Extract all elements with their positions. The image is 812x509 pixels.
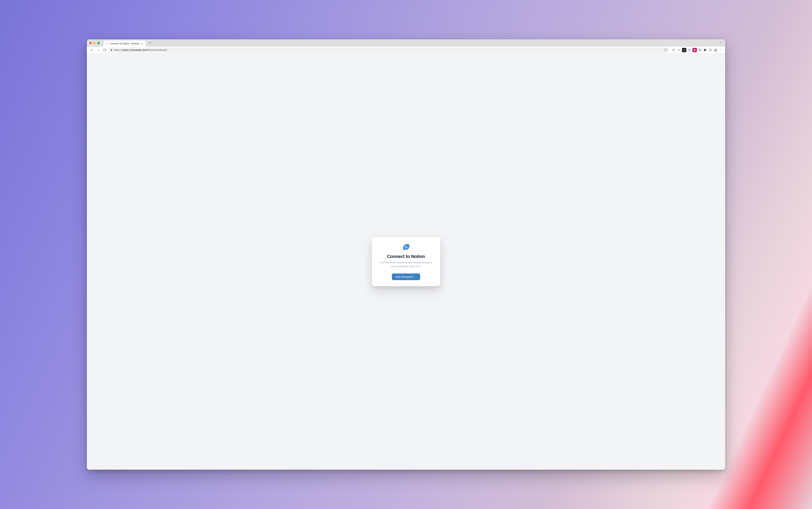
- button-label: Add workspace: [395, 275, 413, 278]
- window-minimize-button[interactable]: [93, 42, 96, 44]
- reload-button[interactable]: [102, 47, 107, 53]
- address-bar[interactable]: https://notion-newsletter.test/filament/…: [108, 47, 669, 53]
- svg-point-7: [715, 49, 716, 50]
- tabs-dropdown-button[interactable]: [719, 40, 723, 45]
- tab-strip: Connect to Notion - Newsly ✕ +: [87, 39, 725, 46]
- url-scheme: https://: [114, 48, 122, 52]
- onboard-card: N Connect to Notion Click the button bel…: [372, 237, 440, 286]
- chevron-down-icon: [719, 42, 722, 44]
- toolbar-right: ▭ D ◉: [672, 48, 723, 52]
- new-tab-button[interactable]: +: [148, 40, 153, 45]
- extension-icon[interactable]: D: [687, 48, 692, 52]
- svg-point-4: [699, 49, 700, 50]
- logo-letter: N: [405, 245, 407, 249]
- url-text: https://notion-newsletter.test/filament/…: [114, 48, 167, 52]
- extensions-menu-icon[interactable]: [703, 48, 707, 52]
- browser-menu-icon[interactable]: [719, 48, 723, 52]
- extension-icon[interactable]: [677, 48, 681, 52]
- page-viewport: N Connect to Notion Click the button bel…: [87, 54, 725, 469]
- browser-window: Connect to Notion - Newsly ✕ + https://n…: [87, 39, 725, 469]
- add-workspace-button[interactable]: Add workspace →: [392, 273, 420, 280]
- svg-rect-5: [709, 49, 711, 51]
- app-logo: N: [402, 243, 410, 250]
- side-panel-icon[interactable]: [708, 48, 713, 52]
- profile-avatar-icon[interactable]: [713, 48, 718, 52]
- url-host: notion-newsletter.test: [122, 48, 147, 52]
- browser-tab[interactable]: Connect to Notion - Newsly ✕: [103, 41, 146, 46]
- svg-point-9: [721, 50, 721, 50]
- bookmark-star-icon[interactable]: [672, 48, 676, 52]
- browser-toolbar: https://notion-newsletter.test/filament/…: [87, 46, 725, 54]
- svg-point-10: [721, 50, 721, 51]
- extension-icon[interactable]: ▭: [682, 48, 686, 52]
- back-button[interactable]: [89, 47, 94, 53]
- extension-icon[interactable]: ◉: [692, 48, 697, 52]
- url-path: /filament/onboard: [147, 48, 167, 52]
- arrow-right-icon: →: [414, 275, 417, 278]
- window-close-button[interactable]: [89, 42, 92, 44]
- lock-icon: [110, 48, 113, 51]
- globe-icon: [105, 42, 108, 45]
- close-icon[interactable]: ✕: [141, 42, 144, 45]
- svg-point-8: [721, 49, 721, 49]
- share-icon[interactable]: [664, 48, 667, 52]
- settings-icon[interactable]: [698, 48, 702, 52]
- svg-marker-3: [673, 49, 675, 51]
- window-fullscreen-button[interactable]: [97, 42, 100, 44]
- card-heading: Connect to Notion: [377, 254, 435, 259]
- forward-button[interactable]: [95, 47, 101, 53]
- window-controls: [89, 42, 100, 44]
- tab-title: Connect to Notion - Newsly: [110, 42, 139, 45]
- card-subtext: Click the button below to give Newsly ac…: [377, 261, 435, 269]
